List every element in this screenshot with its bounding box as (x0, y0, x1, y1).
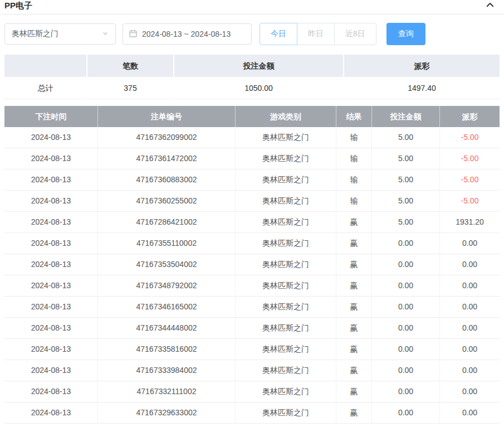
cell-order-no: 47167360883002 (98, 169, 236, 190)
pp-electronic-panel: PP电子 奥林匹斯之门 2024-08-13 ~ 2024- (0, 0, 504, 427)
summary-total-count: 375 (87, 77, 174, 99)
cell-bet-time: 2024-08-13 (4, 169, 98, 190)
col-header-result: 结果 (336, 106, 372, 127)
summary-header-payout: 派彩 (344, 55, 500, 77)
summary-total-bet-amount: 1050.00 (174, 77, 344, 99)
cell-bet-amount: 0.00 (372, 360, 440, 381)
table-row: 2024-08-1347167346165002奥林匹斯之门赢0.000.00 (4, 297, 500, 318)
table-row: 2024-08-1347167286421002奥林匹斯之门赢5.001931.… (4, 212, 500, 233)
cell-order-no: 47167335816002 (98, 339, 236, 360)
cell-result: 输 (336, 191, 372, 211)
cell-bet-amount: 0.00 (372, 318, 440, 338)
summary-header-bet-amount: 投注金额 (174, 55, 344, 77)
cell-result: 赢 (336, 381, 372, 402)
cell-game-type: 奥林匹斯之门 (236, 360, 336, 381)
summary-total-label: 总计 (4, 77, 87, 99)
table-row: 2024-08-1347167353504002奥林匹斯之门赢0.000.00 (4, 254, 500, 275)
date-range-input[interactable]: 2024-08-13 ~ 2024-08-13 (123, 23, 252, 45)
cell-result: 输 (336, 148, 372, 169)
table-row: 2024-08-1347167333984002奥林匹斯之门赢0.000.00 (4, 360, 500, 381)
query-button[interactable]: 查询 (386, 23, 425, 45)
date-range-value: 2024-08-13 ~ 2024-08-13 (142, 30, 231, 38)
cell-payout: 0.00 (440, 318, 500, 338)
cell-bet-time: 2024-08-13 (4, 148, 98, 169)
table-row: 2024-08-1347167344448002奥林匹斯之门赢0.000.00 (4, 318, 500, 339)
cell-bet-amount: 0.00 (372, 402, 440, 423)
table-row: 2024-08-1347167360255002奥林匹斯之门输5.00-5.00 (4, 191, 500, 212)
cell-game-type: 奥林匹斯之门 (236, 148, 336, 169)
cell-game-type: 奥林匹斯之门 (236, 381, 336, 402)
filter-bar: 奥林匹斯之门 2024-08-13 ~ 2024-08-13 今日昨日近8日 查… (0, 14, 504, 54)
cell-bet-time: 2024-08-13 (4, 254, 98, 275)
cell-result: 赢 (336, 360, 372, 381)
cell-payout: -5.00 (440, 127, 500, 148)
col-header-bet-time: 下注时间 (4, 106, 98, 127)
cell-order-no: 47167360255002 (98, 191, 236, 211)
cell-bet-amount: 0.00 (372, 233, 440, 254)
cell-game-type: 奥林匹斯之门 (236, 254, 336, 275)
cell-bet-amount: 0.00 (372, 381, 440, 402)
cell-payout: 1931.20 (440, 212, 500, 232)
cell-order-no: 47167346165002 (98, 297, 236, 317)
caret-down-icon (102, 30, 109, 38)
summary-total-row: 总计 375 1050.00 1497.40 (4, 77, 500, 99)
table-row: 2024-08-1347167332111002奥林匹斯之门赢0.000.00 (4, 381, 500, 402)
cell-order-no: 47167361472002 (98, 148, 236, 169)
cell-game-type: 奥林匹斯之门 (236, 233, 336, 254)
cell-payout: 0.00 (440, 254, 500, 275)
cell-result: 赢 (336, 254, 372, 275)
table-row: 2024-08-1347167348792002奥林匹斯之门赢0.000.00 (4, 275, 500, 297)
cell-order-no: 47167286421002 (98, 212, 236, 232)
game-select[interactable]: 奥林匹斯之门 (4, 23, 116, 45)
cell-bet-time: 2024-08-13 (4, 297, 98, 317)
cell-game-type: 奥林匹斯之门 (236, 402, 336, 423)
cell-game-type: 奥林匹斯之门 (236, 297, 336, 317)
yesterday-button[interactable]: 昨日 (297, 23, 335, 45)
cell-result: 赢 (336, 233, 372, 254)
summary-header-count: 笔数 (87, 55, 174, 77)
table-row: 2024-08-1347167362099002奥林匹斯之门输5.00-5.00 (4, 127, 500, 148)
cell-bet-time: 2024-08-13 (4, 360, 98, 381)
summary-total-payout: 1497.40 (344, 77, 500, 99)
cell-payout: 0.00 (440, 297, 500, 317)
cell-bet-time: 2024-08-13 (4, 275, 98, 296)
cell-order-no: 47167353504002 (98, 254, 236, 275)
col-header-bet-amount: 投注金额 (372, 106, 440, 127)
table-row: 2024-08-1347167361472002奥林匹斯之门输5.00-5.00 (4, 148, 500, 169)
cell-game-type: 奥林匹斯之门 (236, 212, 336, 232)
cell-bet-amount: 5.00 (372, 191, 440, 211)
col-header-payout: 派彩 (440, 106, 500, 127)
cell-bet-amount: 5.00 (372, 212, 440, 232)
cell-game-type: 奥林匹斯之门 (236, 191, 336, 211)
cell-payout: 0.00 (440, 360, 500, 381)
summary-header-row: 笔数 投注金额 派彩 (4, 55, 500, 77)
cell-order-no: 47167329633002 (98, 402, 236, 423)
cell-bet-time: 2024-08-13 (4, 212, 98, 232)
cell-order-no: 47167348792002 (98, 275, 236, 296)
cell-bet-time: 2024-08-13 (4, 381, 98, 402)
cell-payout: 0.00 (440, 275, 500, 296)
today-button[interactable]: 今日 (260, 23, 297, 45)
cell-bet-amount: 0.00 (372, 275, 440, 296)
cell-payout: 0.00 (440, 339, 500, 360)
summary-table: 笔数 投注金额 派彩 总计 375 1050.00 1497.40 (4, 55, 500, 99)
cell-result: 赢 (336, 275, 372, 296)
cell-bet-time: 2024-08-13 (4, 339, 98, 360)
cell-game-type: 奥林匹斯之门 (236, 275, 336, 296)
cell-result: 赢 (336, 339, 372, 360)
cell-result: 赢 (336, 212, 372, 232)
cell-result: 输 (336, 169, 372, 190)
cell-order-no: 47167332111002 (98, 381, 236, 402)
cell-result: 赢 (336, 402, 372, 423)
cell-bet-time: 2024-08-13 (4, 233, 98, 254)
panel-header: PP电子 (0, 0, 504, 14)
cell-result: 赢 (336, 297, 372, 317)
cell-order-no: 47167333984002 (98, 360, 236, 381)
col-header-order-no: 注单编号 (98, 106, 236, 127)
bet-table-header: 下注时间 注单编号 游戏类别 结果 投注金额 派彩 (4, 106, 500, 127)
cell-game-type: 奥林匹斯之门 (236, 318, 336, 338)
last-8-days-button[interactable]: 近8日 (334, 23, 376, 45)
collapse-panel-button[interactable] (485, 0, 495, 12)
game-select-value: 奥林匹斯之门 (12, 29, 58, 39)
cell-order-no: 47167362099002 (98, 127, 236, 148)
